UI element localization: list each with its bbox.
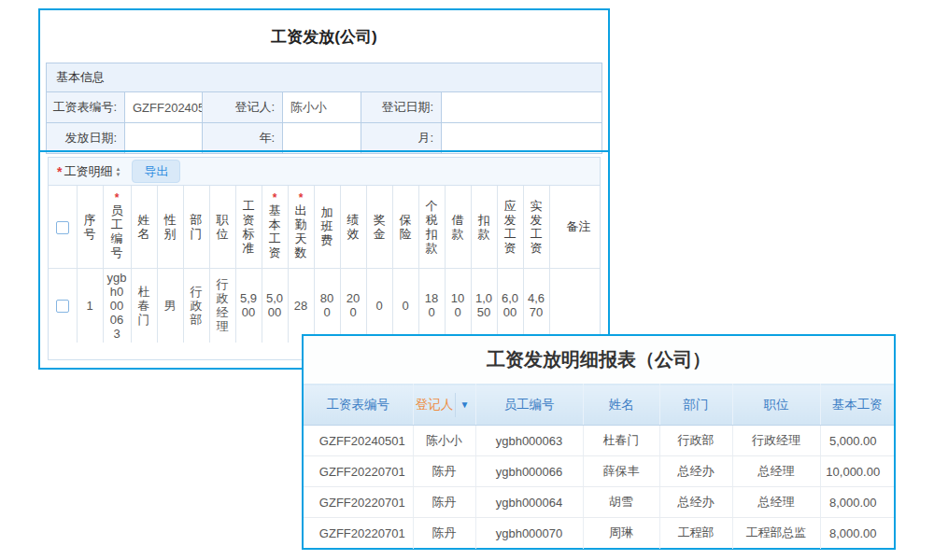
report-col-base-salary[interactable]: 基本工资 <box>820 385 894 426</box>
cell-loan: 100 <box>445 268 471 343</box>
col-emp-no: *员工编号 <box>103 186 131 268</box>
dept-cell: 总经办 <box>659 487 732 518</box>
report-row: GZFF20240501 陈小小 ygbh000063 杜春门 行政部 行政经理… <box>304 426 894 456</box>
col-salary-standard: 工资标准 <box>235 186 262 268</box>
row-select-cell <box>49 268 77 343</box>
col-tax-deduction: 个税扣款 <box>418 186 445 268</box>
row-checkbox[interactable] <box>56 300 69 313</box>
issue-date-label: 发放日期: <box>47 123 125 154</box>
col-insurance: 保险 <box>392 186 418 268</box>
month-label: 月: <box>361 123 442 154</box>
detail-data-row: 1 ygbh000063 杜春门 男 行政部 行政经理 5,900 5,000 … <box>49 268 601 343</box>
salary-sheet-no-label: 工资表编号: <box>47 92 125 123</box>
cell-attendance-days: 28 <box>288 268 314 343</box>
registrant-label: 登记人: <box>203 92 283 123</box>
col-gross-pay: 应发工资 <box>497 186 523 268</box>
cell-dept: 行政部 <box>183 268 209 343</box>
cell-remark <box>549 268 601 343</box>
dept-cell: 工程部 <box>659 518 732 549</box>
col-name: 姓名 <box>131 186 157 268</box>
form-title: 工资发放(公司) <box>40 10 608 63</box>
cell-gender: 男 <box>157 268 183 343</box>
cell-name: 杜春门 <box>131 268 157 343</box>
cell-overtime-pay: 800 <box>314 268 340 343</box>
report-col-registrant[interactable]: 登记人 ▼ <box>413 385 475 426</box>
col-base-salary: *基本工资 <box>262 186 288 268</box>
cell-position: 行政经理 <box>209 268 235 343</box>
report-table: 工资表编号 登记人 ▼ 员工编号 姓名 部门 职位 基本工资 G <box>304 384 894 549</box>
base-salary-cell: 5,000.00 <box>820 426 894 456</box>
month-field[interactable] <box>442 123 602 154</box>
form-upper-section: 工资发放(公司) 基本信息 工资表编号: GZFF20240501 登记人: 陈… <box>40 10 608 150</box>
cell-salary-standard: 5,900 <box>235 268 262 343</box>
report-col-dept[interactable]: 部门 <box>659 385 732 426</box>
emp-no-cell: ygbh000063 <box>475 426 583 456</box>
employee-name-link[interactable]: 胡雪 <box>583 487 659 518</box>
sort-spinner-icon[interactable]: ▲ ▼ <box>115 166 120 177</box>
report-col-salary-sheet-no[interactable]: 工资表编号 <box>304 385 413 426</box>
required-asterisk: * <box>266 193 284 203</box>
register-date-field[interactable] <box>442 92 602 123</box>
col-performance: 绩效 <box>340 186 366 268</box>
export-button[interactable]: 导出 <box>132 160 180 183</box>
cell-performance: 200 <box>340 268 366 343</box>
report-col-name[interactable]: 姓名 <box>583 385 659 426</box>
registrant-field[interactable]: 陈小小 <box>283 92 361 123</box>
basic-info-section: 基本信息 工资表编号: GZFF20240501 登记人: 陈小小 登记日期: … <box>40 63 608 154</box>
employee-name-link[interactable]: 杜春门 <box>583 426 659 456</box>
position-cell: 工程部总监 <box>732 518 820 549</box>
col-gender: 性别 <box>157 186 183 268</box>
col-remark: 备注 <box>549 186 601 268</box>
year-field[interactable] <box>283 123 361 154</box>
filter-dropdown-icon[interactable]: ▼ <box>455 393 474 417</box>
col-net-pay: 实发工资 <box>523 186 549 268</box>
col-seq: 序号 <box>77 186 103 268</box>
salary-sheet-no-field[interactable]: GZFF20240501 <box>125 92 203 123</box>
position-cell: 行政经理 <box>732 426 820 456</box>
registrant-cell: 陈丹 <box>413 456 475 487</box>
cell-tax-deduction: 180 <box>418 268 445 343</box>
cell-insurance: 0 <box>392 268 418 343</box>
salary-sheet-no-link[interactable]: GZFF20220701 <box>304 487 413 518</box>
salary-sheet-no-link[interactable]: GZFF20220701 <box>304 456 413 487</box>
report-title: 工资发放明细报表（公司） <box>304 336 894 384</box>
report-col-emp-no[interactable]: 员工编号 <box>475 385 583 426</box>
salary-detail-report-window: 工资发放明细报表（公司） 工资表编号 登记人 ▼ 员工编号 姓名 部门 职位 <box>302 334 896 550</box>
employee-name-link[interactable]: 薛保丰 <box>583 456 659 487</box>
salary-detail-label: 工资明细 <box>64 163 112 180</box>
cell-net-pay: 4,670 <box>523 268 549 343</box>
col-overtime-pay: 加班费 <box>314 186 340 268</box>
dept-cell: 总经办 <box>659 456 732 487</box>
salary-sheet-no-link[interactable]: GZFF20240501 <box>304 426 413 456</box>
col-attendance-days: *出勤天数 <box>288 186 314 268</box>
payroll-app-page: 工资发放(公司) 基本信息 工资表编号: GZFF20240501 登记人: 陈… <box>0 0 934 560</box>
cell-base-salary: 5,000 <box>262 268 288 343</box>
basic-info-section-title: 基本信息 <box>47 63 602 92</box>
salary-sheet-no-link[interactable]: GZFF20220701 <box>304 518 413 549</box>
report-row: GZFF20220701 陈丹 ygbh000070 周琳 工程部 工程部总监 … <box>304 518 894 549</box>
report-header-row: 工资表编号 登记人 ▼ 员工编号 姓名 部门 职位 基本工资 <box>304 385 894 426</box>
emp-no-cell: ygbh000064 <box>475 487 583 518</box>
col-dept: 部门 <box>183 186 209 268</box>
cell-emp-no: ygbh000063 <box>103 268 131 343</box>
employee-name-link[interactable]: 周琳 <box>583 518 659 549</box>
report-col-position[interactable]: 职位 <box>732 385 820 426</box>
issue-date-field[interactable] <box>125 123 203 154</box>
registrant-cell: 陈丹 <box>413 487 475 518</box>
required-asterisk: * <box>292 193 310 203</box>
report-row: GZFF20220701 陈丹 ygbh000066 薛保丰 总经办 总经理 1… <box>304 456 894 487</box>
base-salary-cell: 10,000.00 <box>820 456 894 487</box>
position-cell: 总经理 <box>732 456 820 487</box>
col-deduction: 扣款 <box>471 186 497 268</box>
registrant-cell: 陈丹 <box>413 518 475 549</box>
salary-detail-table: 序号 *员工编号 姓名 性别 部门 职位 工资标准 *基本工资 *出勤天数 加班… <box>49 186 601 343</box>
col-loan: 借款 <box>445 186 471 268</box>
registrant-cell: 陈小小 <box>413 426 475 456</box>
base-salary-cell: 8,000.00 <box>820 487 894 518</box>
emp-no-cell: ygbh000066 <box>475 456 583 487</box>
col-position: 职位 <box>209 186 235 268</box>
select-all-checkbox[interactable] <box>56 221 69 234</box>
dept-cell: 行政部 <box>659 426 732 456</box>
salary-payment-form-window: 工资发放(公司) 基本信息 工资表编号: GZFF20240501 登记人: 陈… <box>38 8 610 370</box>
position-cell: 总经理 <box>732 487 820 518</box>
